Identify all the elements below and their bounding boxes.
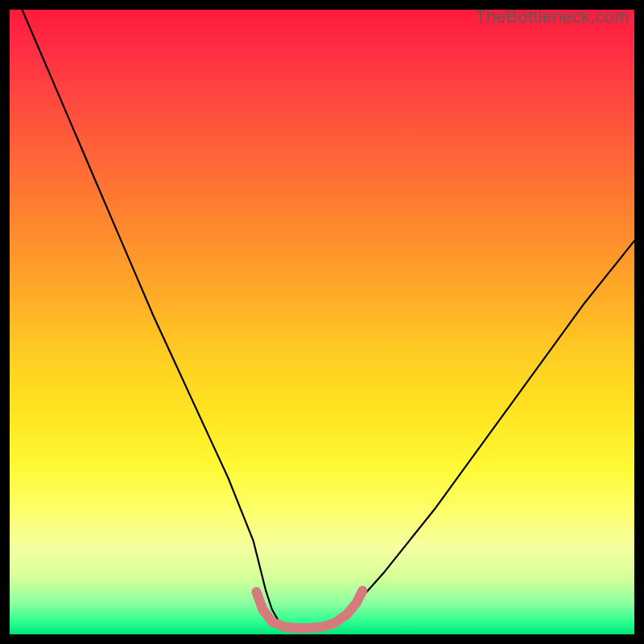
watermark-text: TheBottleneck.com	[475, 10, 630, 27]
chart-frame: TheBottleneck.com	[0, 0, 644, 644]
bottleneck-curve	[23, 10, 635, 628]
plot-area: TheBottleneck.com	[10, 10, 634, 634]
curve-layer	[10, 10, 634, 634]
